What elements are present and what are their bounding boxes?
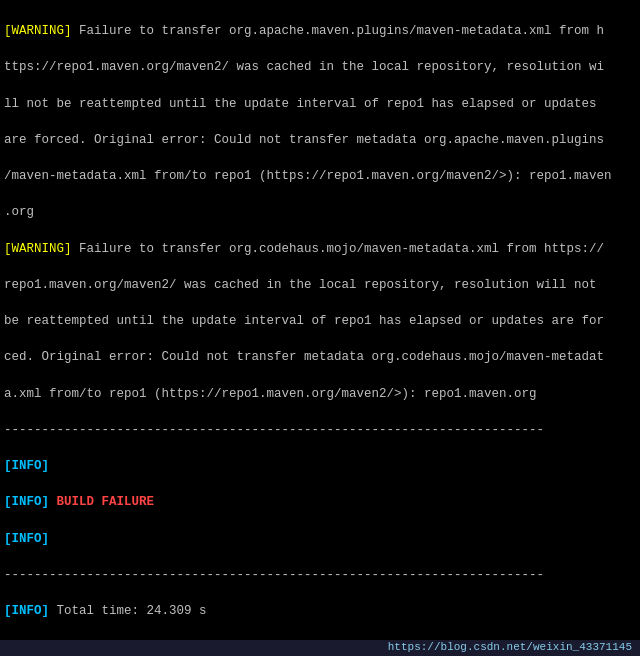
status-bar: https://blog.csdn.net/weixin_43371145 <box>0 640 640 656</box>
info-tag-3: [INFO] <box>4 604 49 618</box>
terminal-line: a.xml from/to repo1 (https://repo1.maven… <box>4 385 636 403</box>
terminal-output: [WARNING] Failure to transfer org.apache… <box>0 0 640 640</box>
terminal-line: ttps://repo1.maven.org/maven2/ was cache… <box>4 58 636 76</box>
separator-line: ----------------------------------------… <box>4 421 636 439</box>
terminal-line: repo1.maven.org/maven2/ was cached in th… <box>4 276 636 294</box>
terminal-line: .org <box>4 203 636 221</box>
terminal-line: /maven-metadata.xml from/to repo1 (https… <box>4 167 636 185</box>
info-tag: [INFO] <box>4 459 49 473</box>
separator-line-2: ----------------------------------------… <box>4 566 636 584</box>
info-tag-2: [INFO] <box>4 532 49 546</box>
terminal-line: ll not be reattempted until the update i… <box>4 95 636 113</box>
info-tag-build: [INFO] <box>4 495 49 509</box>
warning-tag-2: [WARNING] <box>4 242 72 256</box>
terminal-line: be reattempted until the update interval… <box>4 312 636 330</box>
terminal-line: ced. Original error: Could not transfer … <box>4 348 636 366</box>
warning-tag-1: [WARNING] <box>4 24 72 38</box>
csdn-link[interactable]: https://blog.csdn.net/weixin_43371145 <box>388 640 632 656</box>
build-failure-text: BUILD FAILURE <box>49 495 154 509</box>
terminal-line: are forced. Original error: Could not tr… <box>4 131 636 149</box>
